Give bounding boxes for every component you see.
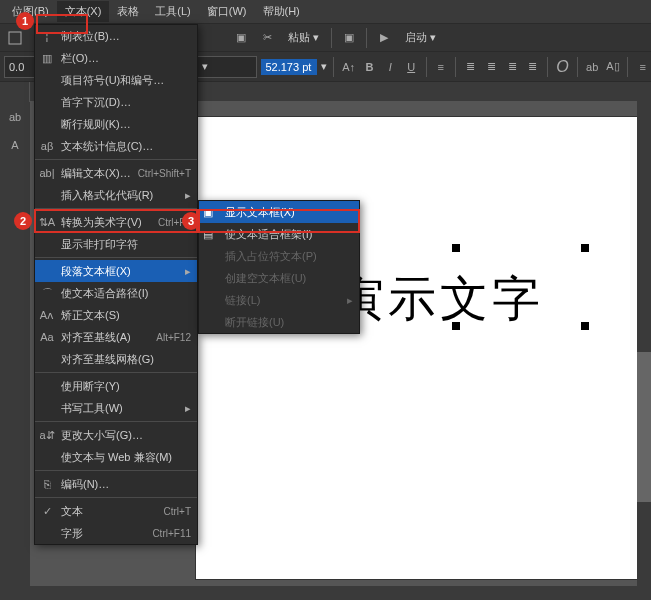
menu-glyphs[interactable]: 字形Ctrl+F11 — [35, 522, 197, 544]
start-button[interactable]: 启动 ▾ — [399, 30, 442, 45]
page[interactable]: 寅示文字 — [195, 116, 645, 580]
scrollbar-thumb[interactable] — [637, 352, 651, 502]
sub-placeholder: 插入占位符文本(P) — [199, 245, 359, 267]
menu-nonprint[interactable]: 显示非打印字符 — [35, 233, 197, 255]
columns-icon: ▥ — [39, 50, 55, 66]
separator — [333, 57, 334, 77]
sub-link: 链接(L)▸ — [199, 289, 359, 311]
menu-columns[interactable]: ▥栏(O)… — [35, 47, 197, 69]
menu-edit-text[interactable]: ab|编辑文本(X)…Ctrl+Shift+T — [35, 162, 197, 184]
image-icon[interactable]: ▣ — [338, 27, 360, 49]
chevron-right-icon: ▸ — [347, 294, 353, 307]
menu-sep — [35, 470, 197, 471]
menu-baseline-grid[interactable]: 对齐至基线网格(G) — [35, 348, 197, 370]
callout-num: 2 — [14, 212, 32, 230]
menu-text-props[interactable]: ✓文本Ctrl+T — [35, 500, 197, 522]
chevron-right-icon: ▸ — [185, 189, 191, 202]
menu-baseline[interactable]: Aa对齐至基线(A)Alt+F12 — [35, 326, 197, 348]
paste-button[interactable]: 粘贴 ▾ — [282, 30, 325, 45]
text-menu-panel: ¦制表位(B)… ▥栏(O)… 项目符号(U)和编号… 首字下沉(D)… 断行规… — [34, 24, 198, 545]
menu-insert-code[interactable]: 插入格式化代码(R)▸ — [35, 184, 197, 206]
align-left-icon[interactable]: ≡ — [432, 56, 449, 78]
handle-tr[interactable] — [581, 244, 589, 252]
path-icon: ⌒ — [39, 285, 55, 301]
scrollbar-horizontal[interactable] — [30, 586, 637, 600]
align-dist-icon[interactable]: ≡ — [634, 56, 651, 78]
callout-3: 3 — [198, 209, 360, 233]
menu-sep — [35, 421, 197, 422]
stats-icon: aβ — [39, 138, 55, 154]
menubar: 位图(B) 文本(X) 表格 工具(L) 窗口(W) 帮助(H) — [0, 0, 651, 24]
menu-hyphen[interactable]: 使用断字(Y) — [35, 375, 197, 397]
fontsize-field[interactable]: 52.173 pt — [261, 59, 317, 75]
sub-unlink: 断开链接(U) — [199, 311, 359, 333]
ellipse-icon[interactable]: O — [554, 56, 571, 78]
side-tools: ab A — [0, 102, 30, 580]
baseline-icon: Aa — [39, 329, 55, 345]
underline-icon[interactable]: U — [403, 56, 420, 78]
menu-table[interactable]: 表格 — [109, 1, 147, 22]
handle-br[interactable] — [581, 322, 589, 330]
edit-icon: ab| — [39, 165, 55, 181]
crop-icon[interactable]: ▣ — [230, 27, 252, 49]
bold-icon[interactable]: B — [361, 56, 378, 78]
separator — [426, 57, 427, 77]
outdent-icon[interactable]: ≣ — [525, 56, 542, 78]
list-bullet-icon[interactable]: ≣ — [462, 56, 479, 78]
separator — [455, 57, 456, 77]
menu-writing-tools[interactable]: 书写工具(W)▸ — [35, 397, 197, 419]
callout-num: 1 — [16, 12, 34, 30]
unit-dropdown[interactable]: ▾ — [321, 60, 327, 73]
menu-sep — [35, 159, 197, 160]
handle-tc[interactable] — [452, 244, 460, 252]
text-frame-icon[interactable]: A▯ — [605, 56, 622, 78]
text-ab-icon[interactable]: ab — [584, 56, 601, 78]
menu-tools[interactable]: 工具(L) — [147, 1, 198, 22]
italic-icon[interactable]: I — [382, 56, 399, 78]
menu-help[interactable]: 帮助(H) — [255, 1, 308, 22]
menu-change-case[interactable]: a⇵更改大小写(G)… — [35, 424, 197, 446]
separator — [627, 57, 628, 77]
callout-num: 3 — [182, 212, 200, 230]
menu-web-compat[interactable]: 使文本与 Web 兼容(M) — [35, 446, 197, 468]
case-icon: a⇵ — [39, 427, 55, 443]
callout-2: 2 — [34, 209, 198, 233]
menu-bullets[interactable]: 项目符号(U)和编号… — [35, 69, 197, 91]
encode-icon: ⎘ — [39, 476, 55, 492]
play-icon[interactable]: ▶ — [373, 27, 395, 49]
separator — [366, 28, 367, 48]
indent-icon[interactable]: ≣ — [504, 56, 521, 78]
menu-linebreak[interactable]: 断行规则(K)… — [35, 113, 197, 135]
svg-rect-0 — [9, 32, 21, 44]
menu-paragraph-frame[interactable]: 段落文本框(X)▸ — [35, 260, 197, 282]
menu-sep — [35, 257, 197, 258]
increase-size-icon[interactable]: A↑ — [340, 56, 357, 78]
separator — [331, 28, 332, 48]
sub-create-empty: 创建空文本框(U) — [199, 267, 359, 289]
straighten-icon: Aʌ — [39, 307, 55, 323]
menu-sep — [35, 497, 197, 498]
menu-fit-path[interactable]: ⌒使文本适合路径(I) — [35, 282, 197, 304]
menu-straighten[interactable]: Aʌ矫正文本(S) — [35, 304, 197, 326]
menu-sep — [35, 372, 197, 373]
chevron-right-icon: ▸ — [185, 265, 191, 278]
scrollbar-vertical[interactable] — [637, 102, 651, 586]
tool-a[interactable]: A — [4, 134, 26, 156]
chevron-right-icon: ▸ — [185, 402, 191, 415]
cut-icon[interactable]: ✂ — [256, 27, 278, 49]
separator — [577, 57, 578, 77]
separator — [547, 57, 548, 77]
font-dropdown[interactable]: ▾ — [197, 56, 257, 78]
menu-encoding[interactable]: ⎘编码(N)… — [35, 473, 197, 495]
list-number-icon[interactable]: ≣ — [483, 56, 500, 78]
demo-text[interactable]: 寅示文字 — [336, 267, 544, 331]
tool-abi[interactable]: ab — [4, 106, 26, 128]
menu-window[interactable]: 窗口(W) — [199, 1, 255, 22]
callout-1: 1 — [36, 14, 88, 34]
menu-dropcap[interactable]: 首字下沉(D)… — [35, 91, 197, 113]
check-icon: ✓ — [39, 503, 55, 519]
menu-stats[interactable]: aβ文本统计信息(C)… — [35, 135, 197, 157]
